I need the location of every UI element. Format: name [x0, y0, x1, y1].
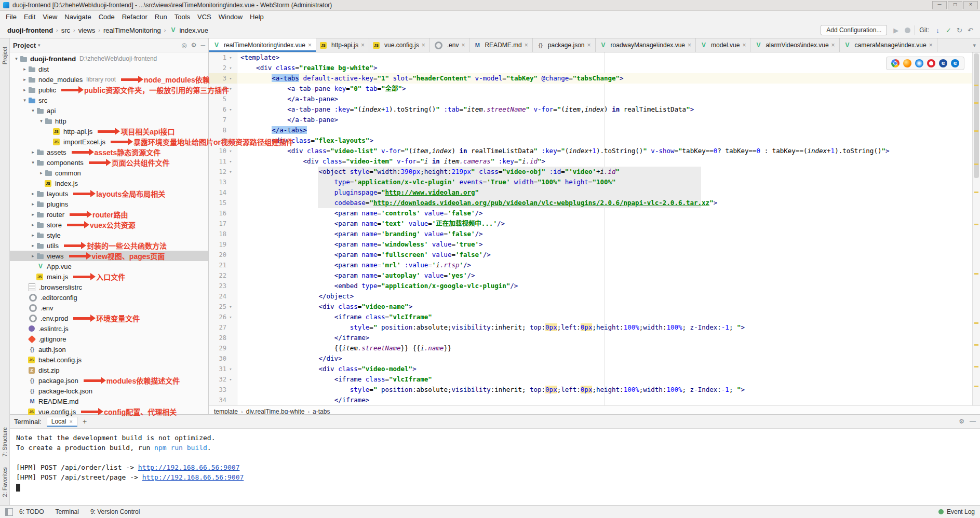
editor-tab[interactable]: {}package.json×	[533, 38, 596, 52]
code-token[interactable]: item	[412, 147, 428, 155]
code-token[interactable]: "vlcIframe"	[389, 313, 432, 321]
tree-item[interactable]: ▾duoji-frontendD:\zheheWeb\duoji-fronten…	[10, 53, 208, 64]
code-token[interactable]: realTimeListData	[467, 147, 534, 155]
code-token[interactable]: 390px	[401, 168, 421, 175]
code-token[interactable]	[240, 157, 303, 165]
code-token[interactable]: i	[600, 168, 605, 175]
editor-gutter[interactable]: 25▾	[209, 302, 237, 312]
code-text[interactable]: </iframe>	[237, 333, 369, 343]
code-token[interactable]: +	[827, 147, 831, 155]
tree-toggle-icon[interactable]: ▸	[30, 253, 36, 258]
tree-toggle-icon[interactable]: ▸	[21, 87, 28, 92]
code-token[interactable]: 'video'	[569, 168, 596, 175]
tree-item[interactable]: JShttp-api.js项目相关api接口	[10, 126, 208, 137]
status-item-todo[interactable]: 6: TODO	[19, 508, 44, 515]
tree-toggle-icon[interactable]: ▸	[30, 233, 36, 238]
code-token[interactable]: "	[420, 157, 424, 165]
code-token[interactable]: type	[334, 178, 350, 186]
code-token[interactable]: 219px	[451, 168, 471, 175]
minimize-icon[interactable]: ─	[932, 1, 947, 9]
code-token[interactable]: =	[327, 147, 331, 155]
code-token[interactable]: "application/x-google-vlc-plugin"	[381, 282, 510, 290]
tree-item[interactable]: ▸dist	[10, 64, 208, 74]
line-number[interactable]: 31	[209, 364, 226, 374]
line-number[interactable]: 7	[209, 115, 226, 125]
tree-item[interactable]: .gitignore	[10, 334, 208, 344]
code-token[interactable]: >	[741, 323, 745, 331]
code-token[interactable]: </a-tab-pane>	[287, 95, 338, 103]
code-token[interactable]: 0px	[545, 323, 557, 331]
tree-item[interactable]: .env.prod环境变量文件	[10, 313, 208, 323]
terminal-link[interactable]: http://192.168.66.56:9007	[138, 464, 240, 471]
code-token[interactable]: codebase	[334, 199, 366, 207]
code-token[interactable]: class	[361, 375, 385, 383]
breadcrumb-item[interactable]: Vindex.vue	[168, 26, 209, 34]
line-number[interactable]: 16	[209, 208, 226, 219]
tree-item[interactable]: VApp.vue	[10, 261, 208, 271]
code-token[interactable]	[240, 396, 334, 404]
tree-item[interactable]: .eslintrc.js	[10, 323, 208, 334]
code-token[interactable]: 'mrl'	[381, 261, 401, 269]
code-text[interactable]: <div class="video-list" v-for="(item,ind…	[237, 146, 890, 156]
close-tab-icon[interactable]: ×	[307, 42, 312, 49]
event-log-widget[interactable]: Event Log	[938, 508, 975, 515]
code-token[interactable]: =	[561, 168, 565, 175]
toolwindow-button-favorites[interactable]: 2: Favorites	[2, 467, 8, 497]
code-token[interactable]: />	[463, 261, 471, 269]
code-token[interactable]: =	[377, 261, 381, 269]
editor-gutter[interactable]: 19	[209, 239, 237, 250]
editor-gutter[interactable]: 22	[209, 270, 237, 281]
tree-item[interactable]: ▸publicpublic资源文件夹，一般放引用的第三方插件	[10, 85, 208, 95]
code-token[interactable]: -1	[721, 386, 729, 393]
code-token[interactable]: =	[401, 147, 405, 155]
editor-gutter[interactable]: 15	[209, 198, 237, 208]
code-token[interactable]	[240, 74, 272, 82]
tree-item[interactable]: ▸viewsview视图、pages页面	[10, 251, 208, 261]
code-token[interactable]	[240, 188, 334, 196]
tree-item[interactable]: ▸node_moduleslibrary rootnode_modules依赖	[10, 74, 208, 85]
code-token[interactable]: in	[460, 147, 467, 155]
terminal-output[interactable]: Note that the development build is not o…	[10, 429, 980, 505]
add-configuration-button[interactable]: Add Configuration...	[821, 25, 887, 35]
code-token[interactable]: slot	[389, 74, 409, 82]
tree-item[interactable]: ▸style	[10, 230, 208, 240]
line-number[interactable]: 29	[209, 343, 226, 353]
editor-gutter[interactable]: 12▾	[209, 167, 237, 177]
code-token[interactable]: width	[377, 168, 397, 175]
code-token[interactable]: )	[604, 105, 612, 113]
line-number[interactable]: 13	[209, 177, 226, 187]
code-token[interactable]: =	[346, 85, 350, 92]
code-token[interactable]: :id	[545, 168, 561, 175]
close-tab-icon[interactable]: ×	[831, 42, 836, 49]
code-token[interactable]: 100%	[624, 386, 639, 393]
code-token[interactable]: 1	[385, 105, 390, 113]
code-token[interactable]: >	[409, 303, 413, 310]
code-token[interactable]: >	[479, 240, 483, 248]
toolwindow-switcher-icon[interactable]	[5, 508, 13, 516]
code-token[interactable]: />	[475, 230, 483, 238]
editor-gutter[interactable]: 8	[209, 125, 237, 135]
code-token[interactable]: <param	[334, 261, 358, 269]
code-token[interactable]: "headerContent"	[412, 74, 471, 82]
code-text[interactable]: <param name='text' value='正在加载视频中...'/>	[237, 219, 505, 229]
code-token[interactable]	[240, 282, 334, 290]
editor-gutter[interactable]: 27	[209, 322, 237, 333]
code-token[interactable]: style	[346, 168, 369, 175]
code-token[interactable]: >	[412, 365, 417, 373]
code-token[interactable]: <a-tab-pane	[287, 85, 330, 92]
close-tab-icon[interactable]: ×	[742, 42, 746, 49]
status-item-terminal[interactable]: Terminal	[56, 508, 79, 515]
chrome-icon[interactable]	[891, 59, 900, 67]
editor-gutter[interactable]: 29	[209, 343, 237, 353]
code-token[interactable]: ;	[592, 323, 596, 331]
menu-edit[interactable]: Edit	[20, 12, 39, 22]
code-token[interactable]: tab	[361, 85, 377, 92]
code-token[interactable]: 100%	[624, 323, 639, 331]
tree-toggle-icon[interactable]: ▾	[30, 160, 36, 165]
code-token[interactable]: .id	[526, 157, 538, 165]
editor-tab[interactable]: JShttp-api.js×	[316, 38, 369, 52]
code-text[interactable]: <div class="video-model">	[237, 364, 417, 374]
tree-item[interactable]: .env	[10, 303, 208, 313]
editor-tab[interactable]: ValarmVideos\index.vue×	[750, 38, 839, 52]
code-token[interactable]	[240, 168, 319, 175]
